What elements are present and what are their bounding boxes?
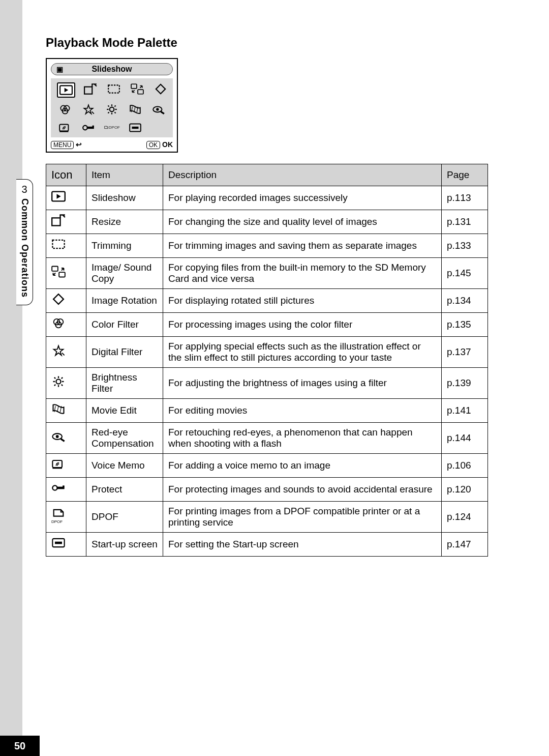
- menu-back: MENU ↩: [51, 140, 82, 149]
- voicememo-icon: [46, 454, 86, 478]
- cell-item: Movie Edit: [86, 399, 163, 423]
- table-row: TrimmingFor trimming images and saving t…: [46, 234, 488, 258]
- cell-description: For editing movies: [163, 399, 442, 423]
- cell-page: p.134: [442, 289, 488, 313]
- table-row: Voice MemoFor adding a voice memo to an …: [46, 454, 488, 478]
- protect-icon: [80, 121, 97, 134]
- table-row: DPOFDPOFFor printing images from a DPOF …: [46, 502, 488, 533]
- trimming-icon: [106, 82, 122, 96]
- page-number-text: 50: [14, 740, 25, 752]
- cell-item: Voice Memo: [86, 454, 163, 478]
- table-row: Color FilterFor processing images using …: [46, 313, 488, 337]
- rotation-icon: [46, 289, 86, 313]
- resize-icon: [82, 82, 99, 96]
- copy-icon: [129, 82, 145, 96]
- page-content: Playback Mode Palette ▣ Slideshow: [46, 36, 488, 557]
- movieedit-icon: [46, 399, 86, 423]
- palette-header-label: Slideshow: [92, 65, 132, 74]
- slideshow-icon: [57, 82, 75, 98]
- cell-item: Image Rotation: [86, 289, 163, 313]
- movieedit-icon: [127, 103, 143, 116]
- slideshow-icon: [46, 186, 86, 210]
- th-item: Item: [86, 164, 163, 186]
- table-row: Image/ Sound CopyFor copying files from …: [46, 258, 488, 289]
- protect-icon: [46, 478, 86, 502]
- table-row: Start-up screenFor setting the Start-up …: [46, 533, 488, 557]
- th-description: Description: [163, 164, 442, 186]
- table-row: ResizeFor changing the size and quality …: [46, 210, 488, 234]
- ok-confirm: OK OK: [146, 140, 173, 149]
- redeye-icon: [46, 423, 86, 454]
- resize-icon: [46, 210, 86, 234]
- cell-page: p.147: [442, 533, 488, 557]
- ok-button-label: OK: [146, 141, 160, 149]
- cell-page: p.124: [442, 502, 488, 533]
- table-row: SlideshowFor playing recorded images suc…: [46, 186, 488, 210]
- cell-page: p.137: [442, 337, 488, 368]
- dpof-icon: DPOF: [46, 502, 86, 533]
- cell-description: For copying files from the built-in memo…: [163, 258, 442, 289]
- colorfilter-icon: [46, 313, 86, 337]
- cell-description: For protecting images and sounds to avoi…: [163, 478, 442, 502]
- page-left-stripe: [0, 0, 22, 756]
- cell-description: For trimming images and saving them as s…: [163, 234, 442, 258]
- table-header-row: Icon Item Description Page: [46, 164, 488, 186]
- cell-item: Protect: [86, 478, 163, 502]
- section-tab: 3 Common Operations: [16, 179, 33, 305]
- cell-item: Brightness Filter: [86, 368, 163, 399]
- cell-page: p.139: [442, 368, 488, 399]
- cell-item: Resize: [86, 210, 163, 234]
- palette-header: ▣ Slideshow: [51, 63, 173, 75]
- cell-description: For displaying rotated still pictures: [163, 289, 442, 313]
- table-row: Movie EditFor editing moviesp.141: [46, 399, 488, 423]
- startup-icon: [46, 533, 86, 557]
- play-icon: ▣: [56, 65, 63, 73]
- page-number: 50: [0, 736, 40, 756]
- voicememo-icon: [57, 121, 73, 134]
- cell-page: p.135: [442, 313, 488, 337]
- startup-icon: [127, 121, 143, 134]
- palette-illustration: ▣ Slideshow DPOF: [46, 58, 178, 153]
- cell-page: p.141: [442, 399, 488, 423]
- cell-description: For playing recorded images successively: [163, 186, 442, 210]
- colorfilter-icon: [57, 103, 73, 116]
- th-icon: Icon: [46, 164, 86, 186]
- cell-item: Trimming: [86, 234, 163, 258]
- table-row: Red-eye CompensationFor retouching red-e…: [46, 423, 488, 454]
- th-page: Page: [442, 164, 488, 186]
- cell-description: For adding a voice memo to an image: [163, 454, 442, 478]
- cell-description: For processing images using the color fi…: [163, 313, 442, 337]
- digfilter-icon: [46, 337, 86, 368]
- copy-icon: [46, 258, 86, 289]
- cell-item: Slideshow: [86, 186, 163, 210]
- ok-text: OK: [162, 140, 173, 149]
- palette-footer: MENU ↩ OK OK: [51, 140, 173, 149]
- chapter-number: 3: [21, 184, 27, 195]
- cell-item: DPOF: [86, 502, 163, 533]
- digfilter-icon: [80, 103, 97, 116]
- cell-item: Start-up screen: [86, 533, 163, 557]
- cell-description: For applying special effects such as the…: [163, 337, 442, 368]
- section-label: Common Operations: [19, 198, 30, 298]
- cell-item: Red-eye Compensation: [86, 423, 163, 454]
- cell-page: p.131: [442, 210, 488, 234]
- table-row: Image RotationFor displaying rotated sti…: [46, 289, 488, 313]
- menu-button-label: MENU: [51, 141, 74, 149]
- palette-icon-grid: DPOF: [51, 78, 173, 137]
- cell-page: p.120: [442, 478, 488, 502]
- dpof-icon: DPOF: [104, 121, 120, 134]
- cell-item: Color Filter: [86, 313, 163, 337]
- cell-description: For setting the Start-up screen: [163, 533, 442, 557]
- cell-description: For printing images from a DPOF compatib…: [163, 502, 442, 533]
- table-row: ProtectFor protecting images and sounds …: [46, 478, 488, 502]
- brightness-icon: [46, 368, 86, 399]
- cell-page: p.106: [442, 454, 488, 478]
- cell-page: p.133: [442, 234, 488, 258]
- rotation-icon: [152, 82, 169, 96]
- trimming-icon: [46, 234, 86, 258]
- table-row: Digital FilterFor applying special effec…: [46, 337, 488, 368]
- page-heading: Playback Mode Palette: [46, 36, 488, 50]
- cell-item: Image/ Sound Copy: [86, 258, 163, 289]
- redeye-icon: [150, 103, 167, 116]
- table-row: Brightness FilterFor adjusting the brigh…: [46, 368, 488, 399]
